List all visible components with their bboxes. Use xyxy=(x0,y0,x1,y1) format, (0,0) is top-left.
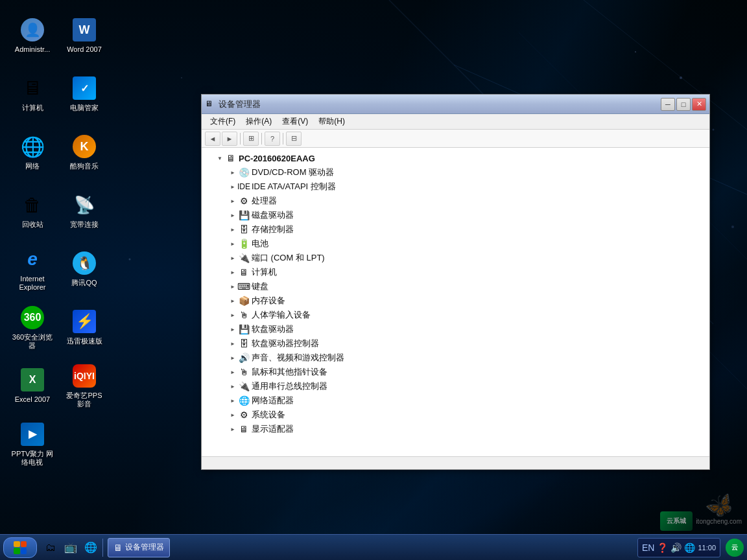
desktop-icon-network[interactable]: 🌐 网络 xyxy=(6,123,58,181)
desktop-icon-music[interactable]: K 酷狗音乐 xyxy=(58,123,110,181)
window-controls: ─ □ ✕ xyxy=(661,98,706,111)
desktop-icon-thunder[interactable]: ⚡ 迅雷极速版 xyxy=(58,298,110,356)
tree-icon-port: 🔌 xyxy=(238,252,250,264)
tree-arrow-disk[interactable]: ► xyxy=(228,210,238,220)
desktop-icon-qq[interactable]: 🐧 腾讯QQ xyxy=(58,240,110,298)
tree-item-ide[interactable]: ► IDE IDE ATA/ATAPI 控制器 xyxy=(202,180,709,194)
tree-item-storage[interactable]: ► 🗄 存储控制器 xyxy=(202,222,709,237)
tree-arrow-compnode[interactable]: ► xyxy=(228,267,238,277)
toolbar-separator-1 xyxy=(240,133,241,145)
desktop-icon-ie[interactable]: e InternetExplorer xyxy=(6,240,58,298)
start-button[interactable] xyxy=(3,537,37,558)
pps-icon: iQIYI xyxy=(73,364,96,388)
tree-arrow-keyboard[interactable]: ► xyxy=(228,281,238,292)
device-tree-content[interactable]: ▼ 🖥 PC-20160620EAAG ► 💿 DVD/CD-ROM 驱动器 ►… xyxy=(202,148,709,456)
tree-arrow-usb[interactable]: ► xyxy=(228,381,238,391)
tree-arrow-display[interactable]: ► xyxy=(228,424,238,434)
tree-arrow-storage[interactable]: ► xyxy=(228,224,238,235)
tree-arrow-port[interactable]: ► xyxy=(228,253,238,263)
close-button[interactable]: ✕ xyxy=(692,98,706,111)
desktop-icon-broadband[interactable]: 📡 宽带连接 xyxy=(58,181,110,240)
taskbar-device-manager[interactable]: 🖥 设备管理器 xyxy=(108,538,170,557)
tree-arrow-floppy[interactable]: ► xyxy=(228,324,238,334)
properties-button[interactable]: ⊟ xyxy=(286,132,302,146)
help-button[interactable]: ? xyxy=(265,132,280,146)
ql-media[interactable]: 📺 xyxy=(62,539,80,557)
desktop-icon-pps[interactable]: iQIYI 爱奇艺PPS影音 xyxy=(58,356,110,415)
tree-arrow-battery[interactable]: ► xyxy=(228,239,238,249)
windows-logo xyxy=(14,541,27,554)
window-titlebar[interactable]: 🖥 设备管理器 ─ □ ✕ xyxy=(202,95,709,114)
clock-time: 11:00 xyxy=(698,544,716,552)
desktop-icon-360[interactable]: 360 360安全浏览器 xyxy=(6,298,58,356)
tray-help-icon[interactable]: ❓ xyxy=(657,542,668,553)
desktop-icon-diannao[interactable]: ✓ 电脑管家 xyxy=(58,65,110,123)
tree-icon-ide: IDE xyxy=(238,181,250,192)
tree-arrow-network[interactable]: ► xyxy=(228,395,238,406)
tree-item-usb[interactable]: ► 🔌 通用串行总线控制器 xyxy=(202,379,709,393)
tree-item-display[interactable]: ► 🖥 显示适配器 xyxy=(202,422,709,436)
tree-item-memory[interactable]: ► 📦 内存设备 xyxy=(202,294,709,308)
tree-item-mouse[interactable]: ► 🖱 鼠标和其他指针设备 xyxy=(202,365,709,379)
maximize-button[interactable]: □ xyxy=(676,98,691,111)
desktop-icon-word2007[interactable]: W Word 2007 xyxy=(58,6,110,65)
tree-arrow-hid[interactable]: ► xyxy=(228,310,238,320)
window-toolbar: ◄ ► ⊞ ? ⊟ xyxy=(202,130,709,148)
tray-volume-icon[interactable]: 🔊 xyxy=(670,542,682,553)
tree-item-compnode[interactable]: ► 🖥 计算机 xyxy=(202,265,709,279)
tree-item-dvd[interactable]: ► 💿 DVD/CD-ROM 驱动器 xyxy=(202,165,709,180)
tree-arrow-mouse[interactable]: ► xyxy=(228,367,238,377)
tree-item-sound[interactable]: ► 🔊 声音、视频和游戏控制器 xyxy=(202,351,709,365)
desktop-icon-recycle[interactable]: 🗑 回收站 xyxy=(6,181,58,240)
desktop-icon-administrator[interactable]: 👤 Administr... xyxy=(6,6,58,65)
tray-network-icon[interactable]: 🌐 xyxy=(684,542,695,553)
tree-icon-hid: 🖱 xyxy=(238,309,250,321)
tree-label-ide: IDE ATA/ATAPI 控制器 xyxy=(252,181,336,192)
tree-root-arrow[interactable]: ▼ xyxy=(215,153,225,163)
tree-item-disk[interactable]: ► 💾 磁盘驱动器 xyxy=(202,208,709,222)
tree-arrow-system[interactable]: ► xyxy=(228,410,238,420)
desktop-icon-pptv[interactable]: ▶ PPTV聚力 网络电视 xyxy=(6,415,58,473)
menu-help[interactable]: 帮助(H) xyxy=(313,115,350,128)
tree-icon-system: ⚙ xyxy=(238,409,250,421)
ql-folder[interactable]: 🗂 xyxy=(42,539,60,557)
ql-browser[interactable]: 🌐 xyxy=(82,539,100,557)
tree-arrow-dvd[interactable]: ► xyxy=(228,167,238,178)
forward-button[interactable]: ► xyxy=(222,132,237,146)
ie-label: InternetExplorer xyxy=(19,275,46,292)
tree-item-floppy-ctrl[interactable]: ► 🗄 软盘驱动器控制器 xyxy=(202,336,709,351)
broadband-label: 宽带连接 xyxy=(70,220,99,229)
ie-icon: e xyxy=(21,248,44,271)
tree-item-processor[interactable]: ► ⚙ 处理器 xyxy=(202,194,709,208)
minimize-button[interactable]: ─ xyxy=(661,98,675,111)
back-button[interactable]: ◄ xyxy=(205,132,220,146)
tree-item-network[interactable]: ► 🌐 网络适配器 xyxy=(202,393,709,408)
tree-item-hid[interactable]: ► 🖱 人体学输入设备 xyxy=(202,308,709,322)
tree-item-system[interactable]: ► ⚙ 系统设备 xyxy=(202,408,709,422)
desktop-icon-excel[interactable]: X Excel 2007 xyxy=(6,356,58,415)
tree-item-keyboard[interactable]: ► ⌨ 键盘 xyxy=(202,279,709,294)
tree-root-item[interactable]: ▼ 🖥 PC-20160620EAAG xyxy=(202,151,709,165)
tree-item-port[interactable]: ► 🔌 端口 (COM 和 LPT) xyxy=(202,251,709,265)
tree-icon-mouse: 🖱 xyxy=(238,366,250,378)
window-title-text: 设备管理器 xyxy=(219,99,661,110)
tree-item-battery[interactable]: ► 🔋 电池 xyxy=(202,237,709,251)
menu-view[interactable]: 查看(V) xyxy=(277,115,313,128)
tree-arrow-ide[interactable]: ► xyxy=(228,181,238,192)
admin-label: Administr... xyxy=(15,45,50,54)
tree-item-floppy[interactable]: ► 💾 软盘驱动器 xyxy=(202,322,709,336)
menu-action[interactable]: 操作(A) xyxy=(241,115,277,128)
tree-label-network: 网络适配器 xyxy=(252,395,294,406)
qq-icon: 🐧 xyxy=(73,251,96,275)
tree-arrow-memory[interactable]: ► xyxy=(228,296,238,306)
tree-arrow-floppy-ctrl[interactable]: ► xyxy=(228,338,238,349)
taskbar: 🗂 📺 🌐 🖥 设备管理器 EN ❓ 🔊 🌐 11:00 云 xyxy=(0,534,747,560)
tree-label-compnode: 计算机 xyxy=(252,266,277,278)
desktop-icon-computer[interactable]: 🖥 计算机 xyxy=(6,65,58,123)
menu-file[interactable]: 文件(F) xyxy=(205,115,241,128)
tray-en[interactable]: EN xyxy=(642,542,654,553)
tree-arrow-processor[interactable]: ► xyxy=(228,196,238,206)
tree-icon-compnode: 🖥 xyxy=(238,266,250,278)
tree-arrow-sound[interactable]: ► xyxy=(228,353,238,363)
pane-button[interactable]: ⊞ xyxy=(243,132,259,146)
